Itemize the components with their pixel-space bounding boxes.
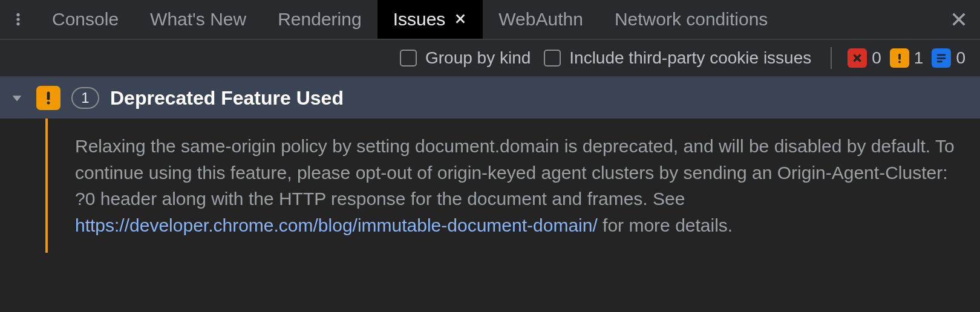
warning-icon — [36, 86, 60, 110]
toolbar-divider — [831, 47, 832, 69]
issue-body: Relaxing the same-origin policy by setti… — [50, 119, 980, 253]
issue-body-container: Relaxing the same-origin policy by setti… — [0, 119, 980, 253]
tab-label: Rendering — [278, 9, 361, 30]
error-icon — [848, 48, 867, 68]
issue-title: Deprecated Feature Used — [110, 87, 344, 109]
checkbox-icon — [400, 50, 417, 67]
warning-icon — [890, 48, 909, 68]
tab-label: Network conditions — [615, 9, 768, 30]
tab-console[interactable]: Console — [36, 0, 134, 39]
svg-rect-12 — [937, 57, 946, 59]
include-third-party-label: Include third-party cookie issues — [569, 48, 811, 68]
errors-badge[interactable]: 0 — [848, 48, 881, 68]
issue-count-badge: 1 — [71, 87, 99, 109]
issue-count: 1 — [81, 89, 89, 106]
svg-marker-14 — [13, 96, 22, 101]
tab-list: Console What's New Rendering Issues WebA… — [36, 0, 938, 39]
svg-rect-10 — [898, 61, 901, 63]
include-third-party-toggle[interactable]: Include third-party cookie issues — [544, 48, 811, 68]
close-drawer-icon[interactable] — [938, 0, 980, 39]
svg-rect-13 — [937, 61, 942, 63]
tab-label: Issues — [393, 9, 446, 30]
tab-label: WebAuthn — [498, 9, 583, 30]
group-by-kind-label: Group by kind — [425, 48, 531, 68]
tab-network-conditions[interactable]: Network conditions — [599, 0, 783, 39]
svg-rect-15 — [47, 92, 50, 100]
tab-label: What's New — [150, 9, 246, 30]
tab-issues[interactable]: Issues — [377, 0, 483, 39]
checkbox-icon — [544, 50, 561, 67]
issue-header[interactable]: 1 Deprecated Feature Used — [0, 77, 980, 119]
tab-whats-new[interactable]: What's New — [134, 0, 262, 39]
drawer-tab-bar: Console What's New Rendering Issues WebA… — [0, 0, 980, 40]
issue-gutter — [0, 119, 50, 253]
group-by-kind-toggle[interactable]: Group by kind — [400, 48, 531, 68]
svg-point-0 — [16, 13, 19, 16]
warnings-count: 1 — [914, 48, 924, 68]
warnings-badge[interactable]: 1 — [890, 48, 924, 68]
info-icon — [932, 48, 951, 68]
tab-webauthn[interactable]: WebAuthn — [483, 0, 599, 39]
info-badge[interactable]: 0 — [932, 48, 965, 68]
kebab-menu-icon[interactable] — [0, 0, 36, 39]
svg-rect-9 — [898, 54, 901, 60]
tab-rendering[interactable]: Rendering — [262, 0, 377, 39]
issue-badges: 0 1 0 — [848, 48, 965, 68]
issue-body-text-post: for more details. — [598, 215, 733, 235]
tab-label: Console — [52, 9, 119, 30]
chevron-down-icon — [8, 91, 25, 105]
svg-rect-11 — [937, 54, 946, 56]
issue-link[interactable]: https://developer.chrome.com/blog/immuta… — [75, 215, 598, 235]
svg-point-2 — [16, 22, 19, 25]
errors-count: 0 — [872, 48, 881, 68]
issue-body-text: Relaxing the same-origin policy by setti… — [75, 136, 955, 209]
info-count: 0 — [956, 48, 965, 68]
issues-toolbar: Group by kind Include third-party cookie… — [0, 40, 980, 77]
svg-point-1 — [16, 18, 19, 21]
severity-rule — [45, 119, 48, 253]
svg-rect-16 — [47, 102, 50, 105]
close-tab-icon[interactable] — [454, 9, 467, 30]
